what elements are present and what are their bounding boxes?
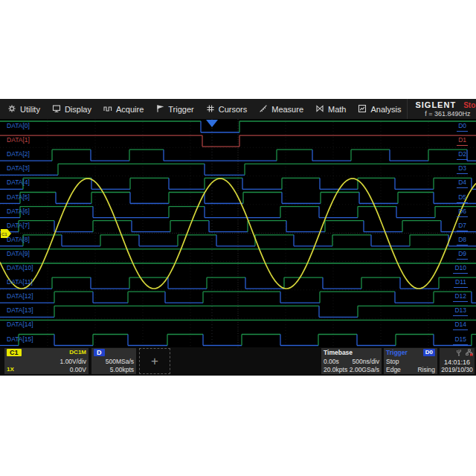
menu-item-utility[interactable]: Utility [1, 99, 46, 119]
usb-icon [455, 349, 463, 358]
digital-channel-label-right-6[interactable]: D6 [457, 208, 468, 217]
top-menu-bar: UtilityDisplayAcquireTriggerCursorsMeasu… [0, 99, 476, 119]
menu-item-label: Utility [20, 105, 40, 114]
digital-channel-label-left-8[interactable]: DATA[8] [7, 237, 30, 243]
trigger-position-marker [206, 120, 218, 127]
plus-icon: + [151, 354, 158, 369]
channel1-descriptor-box[interactable]: C1 DC1M 1.00V/div 1X 0.00V [4, 348, 89, 374]
timebase-delay: 0.00s [324, 358, 339, 365]
digital-channel-label-right-0[interactable]: D0 [457, 123, 468, 132]
digital-descriptor-box[interactable]: D 500MSa/s 5.00kpts [91, 348, 136, 374]
digital-channel-label-right-15[interactable]: D15 [453, 336, 468, 345]
digital-channel-label-right-10[interactable]: D10 [453, 265, 468, 274]
digital-channel-label-left-6[interactable]: DATA[6] [7, 208, 30, 215]
digital-channel-label-right-9[interactable]: D9 [457, 251, 468, 260]
trigger-flag-icon [155, 104, 164, 115]
timebase-points: 20.0kpts [324, 366, 347, 373]
trigger-box[interactable]: Trigger D0 Stop Edge Rising [384, 348, 437, 374]
math-icon [315, 104, 324, 115]
cursors-icon [206, 104, 215, 115]
digital-channel-label-left-5[interactable]: DATA[5] [7, 194, 30, 201]
menu-item-cursors[interactable]: Cursors [200, 99, 254, 119]
digital-channel-label-left-12[interactable]: DATA[12] [7, 293, 33, 300]
digital-channel-label-right-8[interactable]: D8 [457, 237, 468, 245]
analysis-icon [358, 104, 367, 115]
trigger-title: Trigger [386, 349, 408, 356]
digital-channel-label-left-13[interactable]: DATA[13] [7, 307, 33, 314]
menu-item-label: Acquire [116, 105, 144, 114]
menu-item-analysis[interactable]: Analysis [352, 99, 407, 119]
timebase-box[interactable]: Timebase 0.00s 500ns/div 20.0kpts 2.00GS… [321, 348, 382, 374]
menu-item-label: Measure [271, 105, 303, 114]
menu-item-display[interactable]: Display [46, 99, 97, 119]
timebase-scale: 500ns/div [353, 358, 379, 365]
digital-channel-label-left-15[interactable]: DATA[15] [7, 336, 33, 343]
timebase-sample-rate: 2.00GSa/s [350, 366, 379, 373]
menu-item-acquire[interactable]: Acquire [97, 99, 149, 119]
digital-channel-label-left-1[interactable]: DATA[1] [7, 137, 30, 144]
menu-item-label: Cursors [219, 105, 248, 114]
digital-channel-label-right-2[interactable]: D2 [457, 151, 468, 160]
run-state-indicator: Stop [463, 101, 476, 109]
acquire-icon [103, 104, 112, 115]
channel1-offset: 0.00V [70, 366, 86, 373]
digital-channel-label-right-3[interactable]: D3 [457, 165, 468, 174]
menu-item-label: Trigger [168, 105, 193, 114]
system-datetime-box[interactable]: 14:01:16 2019/10/30 [440, 348, 475, 374]
digital-channel-label-right-5[interactable]: D5 [457, 194, 468, 203]
digital-channel-label-left-10[interactable]: DATA[10] [7, 265, 33, 271]
menu-item-trigger[interactable]: Trigger [149, 99, 199, 119]
digital-channel-label-left-9[interactable]: DATA[9] [7, 251, 30, 257]
screenshot-stage: UtilityDisplayAcquireTriggerCursorsMeasu… [0, 0, 476, 476]
status-bar: C1 DC1M 1.00V/div 1X 0.00V D 500MSa/s [0, 347, 476, 376]
channel1-scale: 1.00V/div [60, 358, 86, 365]
trigger-status: Stop [386, 358, 399, 365]
trigger-type: Edge [386, 366, 401, 373]
menu-item-measure[interactable]: Measure [253, 99, 309, 119]
digital-channel-label-left-0[interactable]: DATA[0] [7, 123, 30, 129]
digital-sample-rate: 500MSa/s [106, 358, 134, 365]
system-time: 14:01:16 [441, 358, 473, 366]
channel1-badge: C1 [7, 349, 22, 356]
digital-channel-label-left-2[interactable]: DATA[2] [7, 151, 30, 158]
menu-item-label: Math [328, 105, 346, 114]
digital-channel-label-right-14[interactable]: D14 [453, 321, 468, 330]
frequency-counter-readout: f = 361.8490Hz [425, 110, 470, 118]
digital-channel-label-right-11[interactable]: D11 [454, 279, 468, 288]
channel1-probe: 1X [7, 366, 14, 373]
digital-channel-label-right-13[interactable]: D13 [453, 307, 468, 316]
digital-memory-depth: 5.00kpts [110, 366, 134, 373]
measure-icon [259, 104, 268, 115]
brand-status-block: SIGLENT Stop f = 361.8490Hz [407, 99, 476, 119]
channel1-coupling: DC1M [69, 349, 86, 356]
menu-item-label: Display [65, 105, 91, 114]
system-date: 2019/10/30 [441, 366, 473, 373]
trigger-slope: Rising [417, 366, 435, 373]
waveform-screen[interactable]: C1 DATA[0]D0DATA[1]D1DATA[2]D2DATA[3]D3D… [0, 119, 476, 347]
digital-badge: D [94, 349, 105, 356]
siglent-logo: SIGLENT [415, 101, 456, 109]
digital-channel-label-left-3[interactable]: DATA[3] [7, 165, 30, 172]
menu-item-label: Analysis [370, 105, 401, 114]
digital-channel-label-left-7[interactable]: DATA[7] [7, 222, 30, 229]
lan-disconnected-icon [466, 349, 473, 358]
digital-channel-label-left-14[interactable]: DATA[14] [7, 321, 33, 328]
digital-channel-label-right-1[interactable]: D1 [457, 137, 468, 146]
timebase-title: Timebase [324, 349, 353, 356]
oscilloscope-display: UtilityDisplayAcquireTriggerCursorsMeasu… [0, 99, 476, 376]
waveform-plot: C1 [0, 119, 476, 347]
digital-channel-label-right-4[interactable]: D4 [457, 179, 468, 188]
menu-item-math[interactable]: Math [309, 99, 352, 119]
digital-channel-label-left-4[interactable]: DATA[4] [7, 179, 30, 186]
add-channel-box[interactable]: + [139, 348, 170, 374]
digital-channel-label-right-12[interactable]: D12 [453, 293, 468, 302]
gear-icon [7, 104, 16, 115]
trigger-source-badge: D0 [423, 349, 435, 356]
digital-channel-label-left-11[interactable]: DATA[11] [7, 279, 33, 286]
digital-channel-label-right-7[interactable]: D7 [457, 222, 468, 231]
display-icon [52, 104, 61, 115]
